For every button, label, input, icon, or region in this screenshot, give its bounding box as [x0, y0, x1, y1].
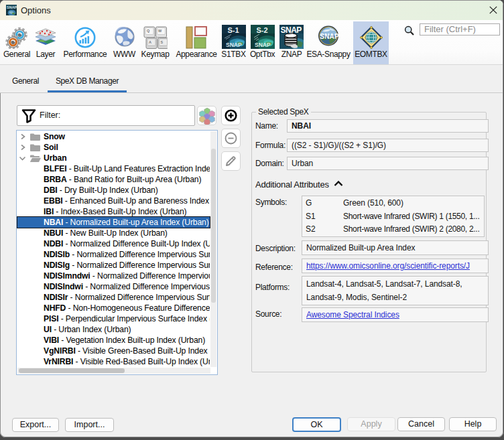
svg-text:SNAP: SNAP — [226, 42, 242, 48]
svg-text:A: A — [149, 40, 151, 44]
svg-text:SNAP: SNAP — [7, 5, 17, 9]
svg-text:Q: Q — [147, 29, 150, 33]
svg-text:SNAP: SNAP — [320, 33, 338, 40]
svg-text:W: W — [158, 29, 162, 33]
svg-text:SNAP: SNAP — [255, 42, 271, 48]
svg-text:S-1: S-1 — [227, 26, 239, 34]
svg-text:S: S — [160, 40, 163, 44]
svg-text:S-2: S-2 — [256, 26, 267, 34]
